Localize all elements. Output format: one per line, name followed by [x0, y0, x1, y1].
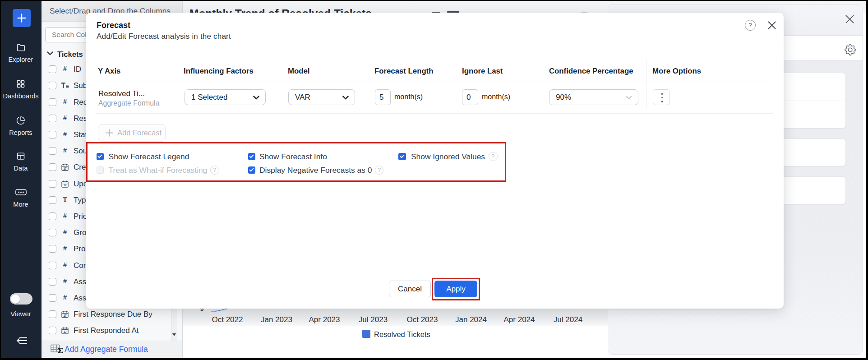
- ellipsis-icon: [0, 188, 42, 197]
- column-checkbox[interactable]: [49, 65, 56, 73]
- column-checkbox[interactable]: [49, 180, 56, 188]
- modal-help-icon[interactable]: ?: [745, 20, 756, 31]
- number-field-icon: #: [61, 114, 69, 121]
- y-axis-field-sub: Aggregate Formula: [98, 99, 159, 107]
- column-checkbox[interactable]: [49, 327, 56, 334]
- date-field-icon: 17: [61, 311, 69, 318]
- modal-column-header: Model: [288, 67, 309, 76]
- ignore-last-input[interactable]: [462, 89, 478, 105]
- collapse-icon: [15, 336, 28, 346]
- more-options-button[interactable]: [653, 89, 670, 105]
- svg-text:17: 17: [63, 330, 67, 333]
- add-aggregate-formula-button[interactable]: Add Aggregate Formula: [65, 345, 148, 354]
- aggregate-formula-icon: [51, 344, 64, 355]
- column-checkbox[interactable]: [49, 229, 56, 236]
- help-icon[interactable]: ?: [489, 152, 498, 161]
- modal-column-header: Ignore Last: [462, 67, 503, 76]
- settings-close-icon[interactable]: [845, 14, 854, 24]
- column-checkbox[interactable]: [49, 196, 56, 204]
- x-axis-label: Apr 2024: [504, 315, 535, 324]
- number-field-icon: #: [61, 294, 69, 301]
- column-checkbox[interactable]: [49, 98, 56, 106]
- column-checkbox[interactable]: [49, 294, 56, 302]
- table-row-line: [96, 113, 773, 114]
- checkbox-checked[interactable]: [248, 153, 256, 161]
- viewer-toggle[interactable]: [10, 293, 32, 305]
- text-field-icon: [61, 82, 69, 88]
- column-checkbox[interactable]: [49, 310, 56, 318]
- show-ignored-values-option[interactable]: Show Ignored Values ?: [398, 152, 498, 161]
- modal-column-header: Forecast Length: [374, 67, 434, 76]
- ignore-last-unit: month(s): [482, 93, 510, 101]
- checkbox-checked[interactable]: [398, 153, 406, 161]
- x-axis-label: Jul 2023: [359, 315, 388, 324]
- scrollbar-down-arrow[interactable]: [172, 333, 176, 336]
- confidence-percentage-select[interactable]: 90%: [549, 89, 638, 105]
- type-field-icon: T: [61, 196, 69, 203]
- treat-as-what-if-option[interactable]: Treat as What-if Forecasting ?: [97, 166, 219, 175]
- column-checkbox[interactable]: [49, 82, 56, 89]
- folder-icon: [0, 43, 42, 52]
- column-label: First Responded At: [74, 326, 139, 335]
- sidebar-item-dashboards[interactable]: Dashboards: [0, 79, 42, 100]
- pie-chart-icon: [0, 116, 42, 125]
- column-item[interactable]: 17First Response Due By: [42, 306, 182, 323]
- sidebar-item-more[interactable]: More: [0, 188, 42, 208]
- gear-icon[interactable]: [845, 44, 856, 55]
- left-sidebar: Explorer Dashboards Reports Data More Vi…: [0, 0, 42, 358]
- number-field-icon: #: [61, 277, 69, 285]
- modal-close-icon[interactable]: [768, 21, 776, 29]
- column-checkbox[interactable]: [49, 212, 56, 220]
- table-header-line: [96, 82, 773, 82]
- toggle-knob: [11, 295, 20, 304]
- column-checkbox[interactable]: [49, 163, 56, 171]
- column-checkbox[interactable]: [49, 245, 56, 253]
- modal-subtitle: Add/Edit Forecast analysis in the chart: [97, 32, 231, 41]
- window-border-left: [0, 0, 1, 360]
- y-axis-field: Resolved Ti...: [98, 89, 145, 98]
- influencing-factors-select[interactable]: 1 Selected: [185, 89, 266, 105]
- show-forecast-info-option[interactable]: Show Forecast Info: [248, 152, 327, 161]
- chevron-down-icon: [253, 96, 259, 100]
- column-item[interactable]: 17First Responded At: [42, 323, 182, 339]
- help-icon[interactable]: ?: [375, 166, 384, 175]
- x-axis-label: Apr 2023: [309, 315, 340, 324]
- column-checkbox[interactable]: [49, 131, 56, 138]
- table-column-divider: [646, 59, 646, 110]
- app-root: Explorer Dashboards Reports Data More Vi…: [0, 0, 868, 360]
- model-select[interactable]: VAR: [288, 89, 355, 105]
- sidebar-item-explorer[interactable]: Explorer: [0, 43, 42, 63]
- sidebar-item-data[interactable]: Data: [0, 152, 42, 172]
- help-icon[interactable]: ?: [210, 166, 219, 175]
- checkbox-checked[interactable]: [97, 153, 104, 161]
- legend-swatch: [362, 330, 370, 338]
- checkbox-checked[interactable]: [248, 166, 256, 174]
- add-forecast-button[interactable]: Add Forecast: [98, 124, 166, 142]
- collapse-sidebar-button[interactable]: [15, 336, 28, 346]
- number-field-icon: #: [61, 228, 69, 235]
- plus-icon: [17, 13, 27, 23]
- column-checkbox[interactable]: [49, 147, 56, 155]
- apply-button[interactable]: Apply: [434, 281, 477, 297]
- date-field-icon: 17: [61, 164, 69, 171]
- x-axis-line: [209, 312, 608, 312]
- modal-column-header: More Options: [652, 67, 701, 76]
- cancel-button[interactable]: Cancel: [389, 281, 431, 297]
- modal-column-header: Confidence Percentage: [549, 67, 633, 76]
- x-axis-label: Oct 2022: [212, 315, 243, 324]
- sidebar-item-reports[interactable]: Reports: [0, 116, 42, 136]
- new-button[interactable]: [13, 9, 31, 27]
- window-border-bottom: [0, 358, 868, 360]
- viewer-toggle-label: Viewer: [0, 310, 42, 318]
- display-negative-option[interactable]: Display Negative Forecasts as 0 ?: [248, 166, 384, 175]
- number-field-icon: #: [61, 245, 69, 252]
- forecast-length-input[interactable]: [375, 89, 391, 105]
- column-checkbox[interactable]: [49, 115, 56, 122]
- modal-column-header: Influencing Factors: [184, 67, 254, 76]
- column-checkbox[interactable]: [49, 262, 56, 269]
- column-label: First Response Due By: [74, 310, 152, 319]
- date-field-icon: 17: [61, 327, 69, 334]
- column-checkbox[interactable]: [49, 278, 56, 286]
- show-forecast-legend-option[interactable]: Show Forecast Legend: [97, 152, 189, 161]
- number-field-icon: #: [61, 261, 69, 268]
